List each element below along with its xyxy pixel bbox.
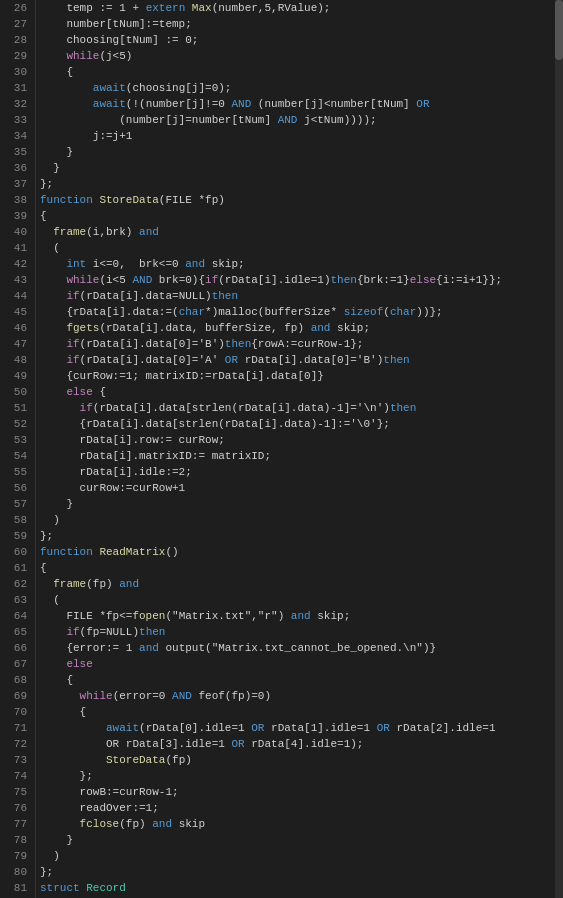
line-number: 48 [4, 352, 27, 368]
code-token: function [40, 546, 93, 558]
code-token: ( [383, 306, 390, 318]
code-token: ("Matrix.txt","r") [165, 610, 290, 622]
line-number: 33 [4, 112, 27, 128]
code-token: feof(fp)=0) [192, 690, 271, 702]
code-token: and [139, 642, 159, 654]
line-number: 43 [4, 272, 27, 288]
line-number: 30 [4, 64, 27, 80]
line-number: 77 [4, 816, 27, 832]
code-token: and [291, 610, 311, 622]
code-line: number[tNum]:=temp; [40, 16, 559, 32]
code-token: (rData[i].data=NULL) [80, 290, 212, 302]
code-token: rData[i].row:= curRow; [40, 434, 225, 446]
code-line: {rData[i].data:=(char*)malloc(bufferSize… [40, 304, 559, 320]
code-token: (rData[i].data[0]='A' [80, 354, 225, 366]
code-token: ReadMatrix [99, 546, 165, 558]
scrollbar[interactable] [555, 0, 563, 898]
code-token [40, 386, 66, 398]
code-token: extern [146, 2, 186, 14]
code-line: int i<=0, brk<=0 and skip; [40, 256, 559, 272]
code-token: rData[2].idle=1 [390, 722, 496, 734]
code-token [40, 818, 80, 830]
line-number: 69 [4, 688, 27, 704]
code-line: { [40, 208, 559, 224]
code-line: StoreData(fp) [40, 752, 559, 768]
code-token: { [40, 66, 73, 78]
code-content: 2627282930313233343536373839404142434445… [0, 0, 563, 898]
code-editor: 2627282930313233343536373839404142434445… [0, 0, 563, 898]
line-number: 31 [4, 80, 27, 96]
code-token: while [80, 690, 113, 702]
code-token [40, 658, 66, 670]
code-token: output("Matrix.txt_cannot_be_opened.\n")… [159, 642, 436, 654]
code-token: { [40, 210, 47, 222]
code-token: } [40, 498, 73, 510]
code-line: { [40, 704, 559, 720]
code-line: {curRow:=1; matrixID:=rData[i].data[0]} [40, 368, 559, 384]
code-line: frame(fp) and [40, 576, 559, 592]
code-token: and [311, 322, 331, 334]
code-token: }; [40, 770, 93, 782]
line-number: 41 [4, 240, 27, 256]
line-number: 35 [4, 144, 27, 160]
code-line: else { [40, 384, 559, 400]
code-token: } [40, 162, 60, 174]
line-number: 52 [4, 416, 27, 432]
code-line: function ReadMatrix() [40, 544, 559, 560]
line-number: 72 [4, 736, 27, 752]
code-line: { [40, 672, 559, 688]
line-number: 79 [4, 848, 27, 864]
line-number: 39 [4, 208, 27, 224]
code-token: await [93, 98, 126, 110]
code-token: if [205, 274, 218, 286]
line-number: 26 [4, 0, 27, 16]
code-token: () [165, 546, 178, 558]
code-token: if [80, 402, 93, 414]
line-number: 51 [4, 400, 27, 416]
code-token: (fp) [86, 578, 119, 590]
code-line: }; [40, 176, 559, 192]
code-token: then [390, 402, 416, 414]
code-line: } [40, 160, 559, 176]
code-token: rData[i].matrixID:= matrixID; [40, 450, 271, 462]
code-token: then [330, 274, 356, 286]
code-token [40, 578, 53, 590]
code-line: curRow:=curRow+1 [40, 480, 559, 496]
code-token: (rData[0].idle=1 [139, 722, 251, 734]
code-line: readOver:=1; [40, 800, 559, 816]
line-number: 50 [4, 384, 27, 400]
code-token: fclose [80, 818, 120, 830]
code-token: function [40, 194, 93, 206]
code-token [40, 626, 66, 638]
code-token: if [66, 290, 79, 302]
code-token: AND [132, 274, 152, 286]
code-token: j:=j+1 [40, 130, 132, 142]
code-token: { [93, 386, 106, 398]
code-token: {error:= 1 [40, 642, 139, 654]
code-token: (number[j]<number[tNum] [251, 98, 416, 110]
line-number: 60 [4, 544, 27, 560]
code-token: rData[i].idle:=2; [40, 466, 192, 478]
code-line: rData[i].row:= curRow; [40, 432, 559, 448]
code-token: if [66, 338, 79, 350]
code-token: OR [225, 354, 238, 366]
code-line: await(choosing[j]=0); [40, 80, 559, 96]
line-number: 68 [4, 672, 27, 688]
code-token: skip [172, 818, 205, 830]
code-token: ( [40, 594, 60, 606]
code-line: while(i<5 AND brk=0){if(rData[i].idle=1)… [40, 272, 559, 288]
line-number: 74 [4, 768, 27, 784]
code-line: }; [40, 864, 559, 880]
code-line: ( [40, 240, 559, 256]
code-token: {rData[i].data:=( [40, 306, 179, 318]
line-number: 59 [4, 528, 27, 544]
code-line: } [40, 144, 559, 160]
code-line: if(rData[i].data[strlen(rData[i].data)-1… [40, 400, 559, 416]
line-number: 76 [4, 800, 27, 816]
code-line: (number[j]=number[tNum] AND j<tNum)))); [40, 112, 559, 128]
code-token: StoreData [99, 194, 158, 206]
code-token: AND [231, 98, 251, 110]
scrollbar-thumb[interactable] [555, 0, 563, 60]
code-line: temp := 1 + extern Max(number,5,RValue); [40, 0, 559, 16]
code-line: if(rData[i].data[0]='A' OR rData[i].data… [40, 352, 559, 368]
